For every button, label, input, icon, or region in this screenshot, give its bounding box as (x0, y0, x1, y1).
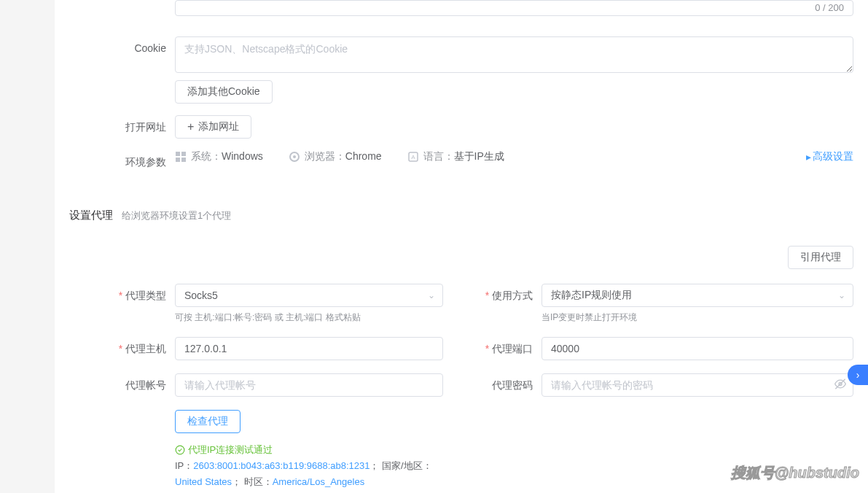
svg-rect-0 (176, 152, 180, 156)
proxy-port-label: 代理端口 (480, 337, 541, 360)
env-language: A 语言：基于IP生成 (407, 150, 504, 163)
advanced-settings-link[interactable]: ▸ 高级设置 (806, 150, 853, 163)
chrome-icon (289, 151, 300, 163)
add-cookie-button[interactable]: 添加其他Cookie (175, 80, 273, 104)
proxy-type-hint: 可按 主机:端口:帐号:密码 或 主机:端口 格式粘贴 (175, 311, 443, 324)
check-circle-icon (175, 445, 185, 455)
proxy-user-input[interactable] (175, 373, 443, 397)
proxy-host-label: 代理主机 (69, 337, 175, 360)
chevron-down-icon: ⌄ (428, 290, 435, 300)
add-url-button[interactable]: + 添加网址 (175, 115, 251, 139)
proxy-type-select[interactable]: Socks5 ⌄ (175, 284, 443, 307)
description-textarea[interactable]: 0 / 200 (175, 0, 853, 16)
open-url-label: 打开网址 (69, 115, 175, 139)
env-browser: 浏览器：Chrome (289, 150, 382, 163)
proxy-section-subtitle: 给浏览器环境设置1个代理 (122, 209, 231, 222)
eye-off-icon[interactable] (834, 379, 846, 392)
chevron-right-icon: › (856, 369, 860, 381)
proxy-host-input[interactable] (175, 337, 443, 360)
svg-rect-3 (181, 158, 186, 162)
svg-rect-1 (181, 152, 186, 156)
char-counter: 0 / 200 (815, 2, 844, 13)
svg-rect-2 (176, 158, 180, 162)
proxy-pass-label: 代理密码 (480, 373, 541, 397)
svg-point-5 (293, 155, 296, 158)
language-icon: A (407, 151, 419, 163)
use-mode-hint: 当IP变更时禁止打开环境 (541, 311, 853, 324)
side-drawer-handle[interactable]: › (848, 365, 868, 385)
use-mode-select[interactable]: 按静态IP规则使用 ⌄ (541, 284, 853, 307)
proxy-check-pass: 代理IP连接测试通过 (175, 442, 853, 458)
proxy-port-input[interactable] (541, 337, 853, 360)
svg-point-10 (176, 446, 184, 454)
watermark-text: 搜狐号@hubstudio (731, 463, 859, 483)
env-system: 系统：Windows (175, 150, 263, 163)
use-mode-label: 使用方式 (480, 284, 541, 324)
import-proxy-button[interactable]: 引用代理 (788, 246, 853, 269)
proxy-section-title: 设置代理 (69, 209, 113, 222)
svg-text:A: A (411, 154, 415, 160)
proxy-pass-input[interactable] (541, 373, 853, 397)
check-proxy-button[interactable]: 检查代理 (175, 410, 241, 433)
proxy-type-label: 代理类型 (69, 284, 175, 324)
chevron-down-icon: ⌄ (838, 290, 845, 300)
proxy-user-label: 代理帐号 (69, 373, 175, 397)
cookie-label: Cookie (69, 36, 175, 60)
caret-right-icon: ▸ (806, 151, 811, 163)
windows-icon (175, 151, 187, 163)
env-label: 环境参数 (69, 150, 175, 174)
plus-icon: + (187, 120, 194, 133)
cookie-input[interactable] (175, 36, 853, 73)
